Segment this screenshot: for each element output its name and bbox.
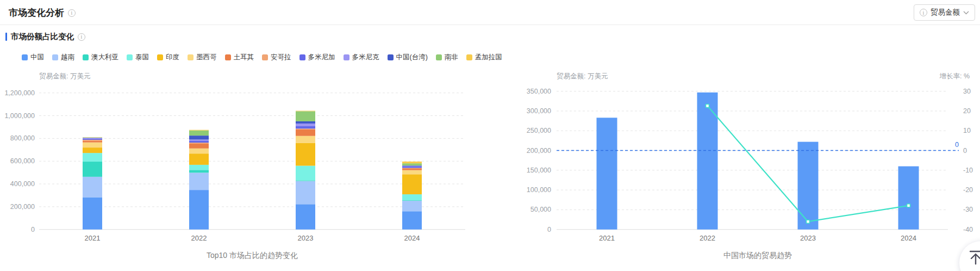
bar-segment-泰国-2024[interactable] — [402, 194, 422, 200]
bar-贸易金额-2022[interactable] — [697, 93, 718, 230]
right-y-tick-label: 0 — [963, 147, 967, 155]
bar-segment-孟加拉国-2022[interactable] — [189, 130, 209, 131]
bar-segment-多米尼加-2024[interactable] — [402, 166, 422, 168]
growth-rate-point[interactable] — [706, 104, 709, 108]
bar-segment-多米尼加-2021[interactable] — [83, 139, 102, 140]
bar-segment-土耳其-2021[interactable] — [83, 141, 102, 143]
bar-segment-南非-2021[interactable] — [83, 137, 102, 138]
bar-贸易金额-2021[interactable] — [597, 118, 617, 229]
bar-segment-安哥拉-2024[interactable] — [402, 168, 422, 169]
bar-segment-多米尼克-2022[interactable] — [189, 139, 209, 141]
legend-item-多米尼加[interactable]: 多米尼加 — [299, 53, 335, 62]
bar-segment-墨西哥-2024[interactable] — [402, 170, 422, 175]
bar-segment-孟加拉国-2024[interactable] — [402, 162, 422, 163]
growth-rate-point[interactable] — [907, 204, 910, 207]
left-y-tick-label: 50,000 — [530, 206, 551, 213]
legend-item-越南[interactable]: 越南 — [52, 53, 74, 62]
info-icon: i — [920, 9, 927, 16]
bar-segment-中国(台湾)-2023[interactable] — [296, 121, 315, 124]
legend-item-中国[interactable]: 中国 — [22, 53, 44, 62]
bar-segment-印度-2021[interactable] — [83, 147, 102, 153]
legend-swatch — [436, 54, 442, 60]
info-icon[interactable]: i — [68, 9, 76, 17]
bar-segment-澳大利亚-2024[interactable] — [402, 200, 422, 201]
growth-rate-point[interactable] — [807, 220, 810, 223]
legend-item-泰国[interactable]: 泰国 — [127, 53, 149, 62]
bar-segment-越南-2023[interactable] — [296, 181, 315, 205]
bar-segment-泰国-2022[interactable] — [189, 165, 209, 170]
right-y-tick-label: -10 — [963, 167, 973, 174]
bar-贸易金额-2023[interactable] — [798, 142, 819, 230]
bar-segment-南非-2024[interactable] — [402, 163, 422, 165]
legend-item-土耳其[interactable]: 土耳其 — [225, 53, 254, 62]
bar-segment-澳大利亚-2023[interactable] — [296, 180, 315, 181]
bar-segment-安哥拉-2022[interactable] — [189, 143, 209, 143]
x-tick-label: 2021 — [599, 234, 615, 242]
bar-segment-中国(台湾)-2022[interactable] — [189, 136, 209, 139]
y-axis-title: 贸易金额: 万美元 — [39, 72, 90, 80]
bar-segment-多米尼克-2023[interactable] — [296, 124, 315, 126]
legend-swatch — [52, 54, 58, 60]
bar-segment-土耳其-2022[interactable] — [189, 143, 209, 148]
bar-segment-多米尼加-2023[interactable] — [296, 126, 315, 128]
bar-segment-多米尼加-2022[interactable] — [189, 141, 209, 143]
legend-item-澳大利亚[interactable]: 澳大利亚 — [83, 53, 118, 62]
legend-swatch — [388, 54, 394, 60]
bar-segment-澳大利亚-2022[interactable] — [189, 170, 209, 173]
legend-item-多米尼克[interactable]: 多米尼克 — [344, 53, 379, 62]
left-y-tick-label: 150,000 — [527, 167, 551, 174]
bar-segment-澳大利亚-2021[interactable] — [83, 162, 102, 177]
bar-segment-墨西哥-2021[interactable] — [83, 143, 102, 147]
bar-segment-中国-2022[interactable] — [189, 190, 209, 230]
bar-segment-越南-2021[interactable] — [83, 177, 102, 198]
bar-segment-印度-2024[interactable] — [402, 174, 422, 194]
legend-item-中国(台湾)[interactable]: 中国(台湾) — [388, 53, 428, 62]
section-title: 市场份额占比变化 — [11, 32, 74, 42]
left-chart-caption: Top10 市场占比的趋势变化 — [143, 251, 361, 261]
bar-segment-墨西哥-2023[interactable] — [296, 136, 315, 143]
bar-segment-印度-2023[interactable] — [296, 143, 315, 166]
left-axis-title: 贸易金额: 万美元 — [557, 72, 608, 80]
bar-segment-南非-2023[interactable] — [296, 111, 315, 121]
metric-selector-dropdown[interactable]: i 贸易金额 — [914, 4, 975, 21]
page-title-text: 市场变化分析 — [9, 7, 64, 19]
bar-segment-南非-2022[interactable] — [189, 131, 209, 136]
x-tick-label: 2023 — [800, 234, 816, 242]
bar-segment-安哥拉-2021[interactable] — [83, 140, 102, 141]
bar-segment-安哥拉-2023[interactable] — [296, 128, 315, 129]
bar-segment-中国(台湾)-2024[interactable] — [402, 165, 422, 166]
page-header: 市场变化分析 i i 贸易金额 — [0, 0, 980, 25]
bar-segment-印度-2022[interactable] — [189, 153, 209, 165]
y-tick-label: 1,000,000 — [4, 112, 35, 120]
info-icon[interactable]: i — [78, 33, 85, 41]
bar-segment-中国-2024[interactable] — [402, 211, 422, 229]
bar-segment-中国-2021[interactable] — [83, 198, 102, 230]
x-tick-label: 2024 — [404, 234, 420, 242]
bar-segment-土耳其-2023[interactable] — [296, 129, 315, 136]
legend-item-墨西哥[interactable]: 墨西哥 — [188, 53, 217, 62]
bar-segment-泰国-2021[interactable] — [83, 153, 102, 162]
legend-label: 越南 — [61, 53, 74, 62]
legend-item-南非[interactable]: 南非 — [436, 53, 458, 62]
legend-item-印度[interactable]: 印度 — [157, 53, 179, 62]
bar-segment-土耳其-2024[interactable] — [402, 168, 422, 170]
legend-swatch — [188, 54, 193, 60]
bar-segment-多米尼克-2021[interactable] — [83, 138, 102, 139]
y-tick-label: 200,000 — [10, 203, 35, 211]
legend-swatch — [22, 54, 28, 60]
bar-segment-泰国-2023[interactable] — [296, 166, 315, 181]
bar-segment-墨西哥-2022[interactable] — [189, 149, 209, 153]
stacked-bar-chart: 贸易金额: 万美元0200,000400,000600,000800,0001,… — [0, 64, 489, 249]
legend-item-安哥拉[interactable]: 安哥拉 — [262, 53, 291, 62]
x-tick-label: 2022 — [191, 234, 207, 242]
bar-segment-中国-2023[interactable] — [296, 204, 315, 229]
bar-segment-孟加拉国-2023[interactable] — [296, 111, 315, 112]
bar-segment-越南-2024[interactable] — [402, 201, 422, 211]
legend-label: 中国(台湾) — [396, 53, 428, 62]
legend-swatch — [83, 54, 89, 60]
section-accent-bar — [5, 33, 7, 41]
bar-贸易金额-2024[interactable] — [898, 167, 919, 230]
bar-segment-越南-2022[interactable] — [189, 173, 209, 190]
x-tick-label: 2021 — [85, 234, 101, 242]
legend-item-孟加拉国[interactable]: 孟加拉国 — [466, 53, 502, 62]
